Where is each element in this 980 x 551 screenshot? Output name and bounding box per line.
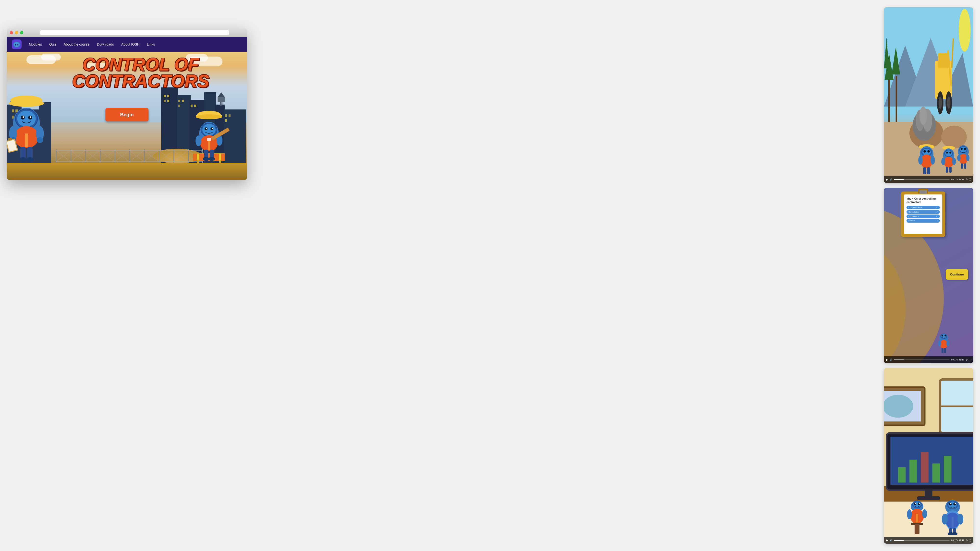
title-line2: CONTRACTORS (72, 73, 209, 89)
svg-rect-227 (915, 524, 920, 534)
svg-point-144 (944, 157, 953, 167)
svg-rect-23 (178, 105, 180, 107)
svg-rect-148 (949, 167, 951, 173)
svg-point-88 (206, 128, 207, 129)
svg-rect-68 (25, 133, 28, 147)
nav-item-quiz[interactable]: Quiz (49, 42, 56, 46)
svg-point-217 (914, 502, 916, 505)
url-bar[interactable] (40, 30, 229, 35)
sc2-fullscreen-icon[interactable]: ⛶ (969, 359, 971, 361)
svg-point-85 (202, 124, 216, 136)
svg-rect-93 (207, 138, 211, 141)
svg-point-242 (942, 514, 948, 524)
svg-rect-36 (100, 149, 101, 163)
nav-item-downloads[interactable]: Downloads (97, 42, 114, 46)
svg-marker-31 (218, 92, 225, 97)
svg-point-165 (942, 335, 943, 337)
svg-point-235 (950, 503, 951, 504)
sc3-icons: ⚙ ⛶ (966, 539, 971, 542)
screenshot-clipboard: The 4 Cs of controlling contractors Comm… (884, 188, 973, 364)
svg-point-100 (203, 157, 209, 161)
svg-rect-41 (173, 149, 174, 163)
clipboard-item-2: Consultation✓ (907, 210, 940, 214)
svg-point-1 (15, 44, 16, 45)
svg-point-152 (961, 148, 963, 150)
sc3-progress-fill (894, 540, 904, 541)
sc2-player-bar[interactable]: ▶ 🔊 00:17 / 01:47 ⚙ ⛶ (884, 356, 973, 363)
sc1-progress-bar[interactable] (894, 179, 950, 180)
sc3-progress-bar[interactable] (894, 540, 950, 541)
svg-point-233 (949, 502, 952, 505)
svg-point-120 (947, 97, 950, 109)
sc2-play-icon[interactable]: ▶ (886, 358, 888, 362)
svg-point-145 (941, 158, 945, 165)
svg-point-86 (205, 127, 207, 130)
svg-point-61 (17, 111, 36, 127)
svg-rect-241 (951, 517, 953, 527)
svg-rect-20 (167, 100, 169, 102)
sc2-settings-icon[interactable]: ⚙ (966, 359, 968, 361)
right-panel: ▶ 🔊 00:17 / 01:47 ⚙ ⛶ (877, 0, 980, 551)
svg-point-58 (9, 100, 44, 107)
sc1-player-bar[interactable]: ▶ 🔊 00:17 / 01:47 ⚙ ⛶ (884, 176, 973, 183)
svg-rect-201 (932, 464, 940, 483)
sc2-robot (936, 333, 951, 355)
close-button[interactable] (10, 31, 13, 34)
sc1-settings-icon[interactable]: ⚙ (966, 178, 968, 181)
svg-rect-35 (85, 149, 86, 163)
sc3-play-icon[interactable]: ▶ (886, 538, 888, 542)
svg-point-134 (918, 156, 923, 165)
svg-point-131 (923, 150, 926, 152)
svg-point-64 (22, 116, 24, 118)
clipboard-item-1: Communication✓ (907, 206, 940, 210)
sc1-time: 00:17 / 01:47 (951, 178, 964, 181)
nav-item-about-iosh[interactable]: About IOSH (121, 42, 140, 46)
svg-point-153 (964, 148, 966, 150)
sc3-time: 00:17 / 01:47 (951, 539, 964, 541)
svg-rect-34 (70, 149, 71, 163)
sc3-fullscreen-icon[interactable]: ⛶ (969, 539, 971, 542)
svg-rect-136 (923, 167, 926, 174)
svg-point-156 (966, 155, 969, 161)
nav-links: Modules Quiz About the course Downloads … (29, 42, 155, 46)
nav-item-about-course[interactable]: About the course (64, 42, 90, 46)
course-nav: Modules Quiz About the course Downloads … (7, 37, 247, 52)
continue-button[interactable]: Continue (946, 269, 968, 279)
svg-point-168 (938, 340, 941, 346)
clipboard-item-4: Checks✓ (907, 219, 940, 222)
sc3-player-bar[interactable]: ▶ 🔊 00:17 / 01:47 ⚙ ⛶ (884, 537, 973, 544)
svg-rect-42 (188, 149, 189, 163)
sc3-settings-icon[interactable]: ⚙ (966, 539, 968, 542)
screenshot-office: SAFE WORKING PRACTICES (884, 368, 973, 544)
svg-rect-170 (942, 348, 943, 353)
maximize-button[interactable] (20, 31, 23, 34)
svg-rect-137 (927, 167, 930, 174)
svg-rect-171 (944, 348, 946, 353)
sc1-play-icon[interactable]: ▶ (886, 178, 888, 181)
svg-point-65 (30, 116, 31, 118)
sc1-fullscreen-icon[interactable]: ⛶ (969, 178, 971, 181)
sc2-progress-bar[interactable] (894, 359, 950, 360)
svg-point-143 (950, 152, 951, 154)
minimize-button[interactable] (15, 31, 18, 34)
svg-point-243 (958, 514, 963, 524)
svg-point-155 (957, 155, 961, 161)
nav-logo[interactable] (12, 40, 22, 49)
cloud-2 (41, 54, 61, 60)
nav-item-modules[interactable]: Modules (29, 42, 42, 46)
nav-item-links[interactable]: Links (147, 42, 155, 46)
svg-rect-198 (898, 467, 905, 483)
svg-point-119 (939, 97, 942, 109)
clipboard-item-3: Cooperation✓ (907, 214, 940, 218)
svg-rect-113 (896, 76, 897, 122)
svg-point-218 (918, 502, 920, 505)
svg-point-220 (919, 503, 920, 504)
sc1-volume-icon: 🔊 (889, 178, 892, 181)
svg-rect-147 (946, 167, 948, 173)
robot-character-left (7, 81, 61, 164)
sc2-progress-fill (894, 359, 904, 360)
svg-point-87 (210, 127, 213, 130)
begin-button[interactable]: Begin (105, 108, 148, 121)
clipboard-visual: The 4 Cs of controlling contractors Comm… (901, 192, 948, 239)
svg-rect-21 (178, 100, 180, 102)
